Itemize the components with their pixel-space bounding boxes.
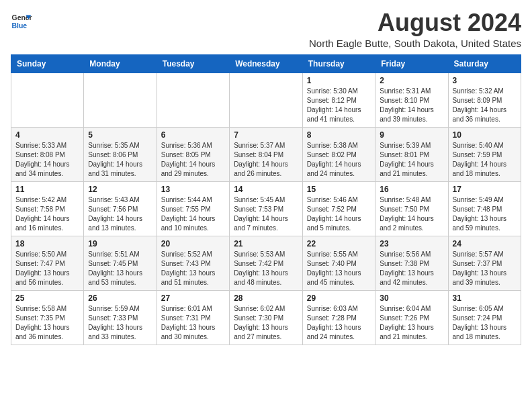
day-info-13: Sunrise: 5:44 AM Sunset: 7:55 PM Dayligh… (161, 195, 225, 233)
day-cell-12: 12Sunrise: 5:43 AM Sunset: 7:56 PM Dayli… (84, 182, 157, 236)
day-info-15: Sunrise: 5:46 AM Sunset: 7:52 PM Dayligh… (307, 195, 371, 233)
day-number-10: 10 (453, 130, 517, 140)
day-info-8: Sunrise: 5:38 AM Sunset: 8:02 PM Dayligh… (307, 141, 371, 179)
day-number-18: 18 (15, 239, 79, 248)
weekday-header-monday: Monday (84, 55, 157, 73)
day-number-26: 26 (88, 293, 152, 303)
day-cell-14: 14Sunrise: 5:45 AM Sunset: 7:53 PM Dayli… (230, 182, 303, 236)
day-info-16: Sunrise: 5:48 AM Sunset: 7:50 PM Dayligh… (380, 195, 443, 233)
day-cell-11: 11Sunrise: 5:42 AM Sunset: 7:58 PM Dayli… (11, 182, 84, 236)
day-number-14: 14 (234, 185, 298, 194)
day-cell-3: 3Sunrise: 5:32 AM Sunset: 8:09 PM Daylig… (448, 73, 521, 128)
day-info-9: Sunrise: 5:39 AM Sunset: 8:01 PM Dayligh… (380, 141, 443, 179)
week-row-3: 18Sunrise: 5:50 AM Sunset: 7:47 PM Dayli… (11, 236, 521, 291)
weekday-header-sunday: Sunday (11, 55, 84, 73)
day-number-15: 15 (307, 185, 371, 194)
empty-cell (230, 73, 303, 128)
day-info-21: Sunrise: 5:53 AM Sunset: 7:42 PM Dayligh… (234, 250, 298, 287)
day-info-5: Sunrise: 5:35 AM Sunset: 8:06 PM Dayligh… (88, 141, 152, 179)
day-number-23: 23 (380, 239, 443, 248)
day-cell-28: 28Sunrise: 6:02 AM Sunset: 7:30 PM Dayli… (230, 291, 303, 345)
day-cell-23: 23Sunrise: 5:56 AM Sunset: 7:38 PM Dayli… (375, 236, 448, 291)
day-cell-20: 20Sunrise: 5:52 AM Sunset: 7:43 PM Dayli… (157, 236, 229, 291)
logo: General Blue (11, 11, 32, 32)
day-number-25: 25 (15, 293, 79, 303)
day-cell-6: 6Sunrise: 5:36 AM Sunset: 8:05 PM Daylig… (157, 128, 229, 182)
day-number-8: 8 (307, 130, 371, 140)
calendar-table: SundayMondayTuesdayWednesdayThursdayFrid… (11, 54, 521, 345)
day-cell-29: 29Sunrise: 6:03 AM Sunset: 7:28 PM Dayli… (302, 291, 375, 345)
day-cell-5: 5Sunrise: 5:35 AM Sunset: 8:06 PM Daylig… (84, 128, 157, 182)
day-number-7: 7 (234, 130, 298, 140)
day-number-1: 1 (307, 76, 371, 85)
day-cell-7: 7Sunrise: 5:37 AM Sunset: 8:04 PM Daylig… (230, 128, 303, 182)
title-area: August 2024 North Eagle Butte, South Dak… (309, 11, 521, 49)
week-row-0: 1Sunrise: 5:30 AM Sunset: 8:12 PM Daylig… (11, 73, 521, 128)
day-number-11: 11 (15, 185, 79, 194)
day-info-26: Sunrise: 5:59 AM Sunset: 7:33 PM Dayligh… (88, 304, 152, 342)
day-cell-15: 15Sunrise: 5:46 AM Sunset: 7:52 PM Dayli… (302, 182, 375, 236)
weekday-header-saturday: Saturday (448, 55, 521, 73)
day-number-12: 12 (88, 185, 152, 194)
day-cell-8: 8Sunrise: 5:38 AM Sunset: 8:02 PM Daylig… (302, 128, 375, 182)
empty-cell (11, 73, 84, 128)
day-cell-9: 9Sunrise: 5:39 AM Sunset: 8:01 PM Daylig… (375, 128, 448, 182)
day-info-2: Sunrise: 5:31 AM Sunset: 8:10 PM Dayligh… (380, 87, 443, 124)
day-cell-22: 22Sunrise: 5:55 AM Sunset: 7:40 PM Dayli… (302, 236, 375, 291)
day-info-27: Sunrise: 6:01 AM Sunset: 7:31 PM Dayligh… (161, 304, 225, 342)
day-info-1: Sunrise: 5:30 AM Sunset: 8:12 PM Dayligh… (307, 87, 371, 124)
day-cell-27: 27Sunrise: 6:01 AM Sunset: 7:31 PM Dayli… (157, 291, 229, 345)
week-row-2: 11Sunrise: 5:42 AM Sunset: 7:58 PM Dayli… (11, 182, 521, 236)
month-year-title: August 2024 (309, 11, 521, 35)
empty-cell (157, 73, 229, 128)
day-cell-1: 1Sunrise: 5:30 AM Sunset: 8:12 PM Daylig… (302, 73, 375, 128)
day-cell-31: 31Sunrise: 6:05 AM Sunset: 7:24 PM Dayli… (448, 291, 521, 345)
day-number-5: 5 (88, 130, 152, 140)
day-info-22: Sunrise: 5:55 AM Sunset: 7:40 PM Dayligh… (307, 250, 371, 287)
day-info-14: Sunrise: 5:45 AM Sunset: 7:53 PM Dayligh… (234, 195, 298, 233)
day-info-20: Sunrise: 5:52 AM Sunset: 7:43 PM Dayligh… (161, 250, 225, 287)
week-row-4: 25Sunrise: 5:58 AM Sunset: 7:35 PM Dayli… (11, 291, 521, 345)
day-number-9: 9 (380, 130, 443, 140)
day-number-19: 19 (88, 239, 152, 248)
header: General Blue August 2024 North Eagle But… (11, 11, 521, 49)
day-info-6: Sunrise: 5:36 AM Sunset: 8:05 PM Dayligh… (161, 141, 225, 179)
day-cell-18: 18Sunrise: 5:50 AM Sunset: 7:47 PM Dayli… (11, 236, 84, 291)
day-cell-21: 21Sunrise: 5:53 AM Sunset: 7:42 PM Dayli… (230, 236, 303, 291)
day-number-24: 24 (453, 239, 517, 248)
day-number-21: 21 (234, 239, 298, 248)
day-info-4: Sunrise: 5:33 AM Sunset: 8:08 PM Dayligh… (15, 141, 79, 179)
day-number-16: 16 (380, 185, 443, 194)
weekday-header-row: SundayMondayTuesdayWednesdayThursdayFrid… (11, 55, 521, 73)
day-cell-13: 13Sunrise: 5:44 AM Sunset: 7:55 PM Dayli… (157, 182, 229, 236)
day-cell-19: 19Sunrise: 5:51 AM Sunset: 7:45 PM Dayli… (84, 236, 157, 291)
day-cell-4: 4Sunrise: 5:33 AM Sunset: 8:08 PM Daylig… (11, 128, 84, 182)
day-info-28: Sunrise: 6:02 AM Sunset: 7:30 PM Dayligh… (234, 304, 298, 342)
day-cell-30: 30Sunrise: 6:04 AM Sunset: 7:26 PM Dayli… (375, 291, 448, 345)
day-info-11: Sunrise: 5:42 AM Sunset: 7:58 PM Dayligh… (15, 195, 79, 233)
day-info-19: Sunrise: 5:51 AM Sunset: 7:45 PM Dayligh… (88, 250, 152, 287)
day-cell-2: 2Sunrise: 5:31 AM Sunset: 8:10 PM Daylig… (375, 73, 448, 128)
day-info-7: Sunrise: 5:37 AM Sunset: 8:04 PM Dayligh… (234, 141, 298, 179)
day-number-28: 28 (234, 293, 298, 303)
day-number-13: 13 (161, 185, 225, 194)
svg-text:Blue: Blue (12, 22, 28, 30)
day-number-30: 30 (380, 293, 443, 303)
day-cell-26: 26Sunrise: 5:59 AM Sunset: 7:33 PM Dayli… (84, 291, 157, 345)
day-info-25: Sunrise: 5:58 AM Sunset: 7:35 PM Dayligh… (15, 304, 79, 342)
day-number-27: 27 (161, 293, 225, 303)
day-info-30: Sunrise: 6:04 AM Sunset: 7:26 PM Dayligh… (380, 304, 443, 342)
day-info-17: Sunrise: 5:49 AM Sunset: 7:48 PM Dayligh… (453, 195, 517, 233)
weekday-header-tuesday: Tuesday (157, 55, 229, 73)
weekday-header-friday: Friday (375, 55, 448, 73)
day-info-31: Sunrise: 6:05 AM Sunset: 7:24 PM Dayligh… (453, 304, 517, 342)
day-info-23: Sunrise: 5:56 AM Sunset: 7:38 PM Dayligh… (380, 250, 443, 287)
empty-cell (84, 73, 157, 128)
week-row-1: 4Sunrise: 5:33 AM Sunset: 8:08 PM Daylig… (11, 128, 521, 182)
day-number-2: 2 (380, 76, 443, 85)
day-cell-17: 17Sunrise: 5:49 AM Sunset: 7:48 PM Dayli… (448, 182, 521, 236)
day-info-12: Sunrise: 5:43 AM Sunset: 7:56 PM Dayligh… (88, 195, 152, 233)
day-cell-25: 25Sunrise: 5:58 AM Sunset: 7:35 PM Dayli… (11, 291, 84, 345)
day-number-4: 4 (15, 130, 79, 140)
day-number-6: 6 (161, 130, 225, 140)
